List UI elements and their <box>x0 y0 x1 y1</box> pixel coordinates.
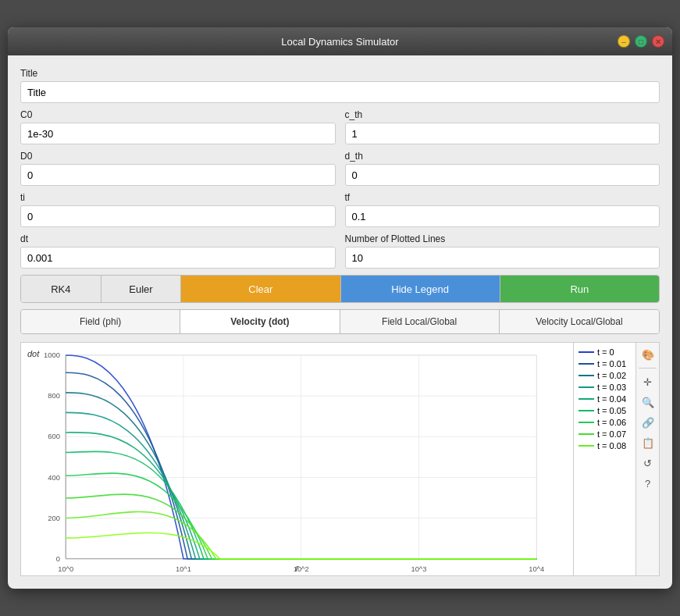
clipboard-icon[interactable]: 📋 <box>639 434 657 451</box>
rk4-button[interactable]: RK4 <box>21 276 101 302</box>
numlines-field-group: Number of Plotted Lines <box>345 233 660 269</box>
svg-text:200: 200 <box>48 514 60 522</box>
legend-color-5 <box>579 410 594 411</box>
zoom-icon[interactable]: 🔍 <box>639 393 657 411</box>
legend-color-6 <box>579 422 594 423</box>
close-button[interactable]: ✕ <box>652 35 664 48</box>
svg-text:400: 400 <box>48 473 60 482</box>
svg-text:10^1: 10^1 <box>176 564 191 573</box>
svg-text:800: 800 <box>48 391 60 400</box>
legend-label-2: t = 0.02 <box>597 371 626 380</box>
legend-item-0: t = 0 <box>579 347 631 357</box>
svg-text:1000: 1000 <box>44 351 60 359</box>
tab-field-local-global[interactable]: Field Local/Global <box>340 310 500 333</box>
legend-item-1: t = 0.01 <box>579 359 631 369</box>
dt-numlines-row: dt Number of Plotted Lines <box>20 233 660 269</box>
legend-label-6: t = 0.06 <box>597 418 626 427</box>
legend-label-8: t = 0.08 <box>597 441 626 450</box>
run-button[interactable]: Run <box>500 276 659 302</box>
dth-input[interactable] <box>345 164 660 186</box>
title-input[interactable] <box>20 81 660 103</box>
legend-panel: t = 0 t = 0.01 t = 0.02 t = 0.03 t = 0.0… <box>574 342 636 576</box>
tf-input[interactable] <box>345 205 660 227</box>
window-controls: – □ ✕ <box>618 35 664 48</box>
main-content: Title C0 c_th D0 d_th <box>8 55 672 589</box>
color-icon[interactable]: 🎨 <box>639 346 657 363</box>
help-icon[interactable]: ? <box>639 475 657 492</box>
svg-text:600: 600 <box>48 432 60 440</box>
cth-label: c_th <box>345 109 660 120</box>
legend-label-4: t = 0.04 <box>597 394 626 404</box>
svg-text:10^4: 10^4 <box>529 564 544 573</box>
maximize-button[interactable]: □ <box>635 35 647 48</box>
link-icon[interactable]: 🔗 <box>639 414 657 431</box>
d0-field-group: D0 <box>20 151 336 186</box>
ti-tf-row: ti tf <box>20 192 660 227</box>
legend-label-3: t = 0.03 <box>597 383 626 392</box>
legend-color-2 <box>579 375 594 376</box>
tf-label: tf <box>345 192 660 203</box>
tf-field-group: tf <box>345 192 660 227</box>
cth-field-group: c_th <box>345 109 660 144</box>
dth-label: d_th <box>345 151 660 162</box>
legend-color-0 <box>579 351 594 353</box>
legend-item-6: t = 0.06 <box>579 418 631 427</box>
side-toolbar: 🎨 ✛ 🔍 🔗 📋 ↺ ? <box>636 342 660 576</box>
ti-label: ti <box>20 192 336 203</box>
main-window: Local Dynamics Simulator – □ ✕ Title C0 … <box>8 27 672 589</box>
legend-item-3: t = 0.03 <box>579 383 631 392</box>
c0-field-group: C0 <box>20 109 336 144</box>
legend-item-5: t = 0.05 <box>579 406 631 415</box>
dt-input[interactable] <box>20 247 336 269</box>
numlines-label: Number of Plotted Lines <box>345 233 660 244</box>
chart-svg: .grid-line { stroke: #ddd; stroke-width:… <box>21 343 573 575</box>
title-label: Title <box>20 68 660 79</box>
svg-text:0: 0 <box>56 554 60 563</box>
d0-input[interactable] <box>20 164 336 186</box>
tab-field-phi[interactable]: Field (phi) <box>21 310 180 333</box>
cth-input[interactable] <box>345 123 660 144</box>
dt-field-group: dt <box>20 233 336 269</box>
svg-text:10^3: 10^3 <box>411 564 426 573</box>
c0-input[interactable] <box>20 123 336 144</box>
legend-label-1: t = 0.01 <box>597 359 626 369</box>
legend-color-3 <box>579 386 594 388</box>
toolbar-divider-1 <box>639 368 657 369</box>
legend-color-7 <box>579 433 594 435</box>
numlines-input[interactable] <box>345 247 660 269</box>
legend-label-5: t = 0.05 <box>597 406 626 415</box>
chart-container: dot .grid-line { stroke: #ddd; stroke-wi… <box>20 342 574 576</box>
euler-button[interactable]: Euler <box>101 276 182 302</box>
title-field-group: Title <box>20 68 660 103</box>
tab-velocity-local-global[interactable]: Velocity Local/Global <box>500 310 659 333</box>
legend-item-4: t = 0.04 <box>579 394 631 404</box>
legend-color-4 <box>579 398 594 400</box>
action-buttons: RK4 Euler Clear Hide Legend Run <box>20 275 660 303</box>
clear-button[interactable]: Clear <box>181 276 340 302</box>
legend-item-8: t = 0.08 <box>579 441 631 450</box>
dth-field-group: d_th <box>345 151 660 186</box>
legend-label-7: t = 0.07 <box>597 429 626 439</box>
minimize-button[interactable]: – <box>618 35 630 48</box>
c0-cth-row: C0 c_th <box>20 109 660 144</box>
ti-input[interactable] <box>20 205 336 227</box>
legend-color-8 <box>579 445 594 447</box>
legend-item-2: t = 0.02 <box>579 371 631 380</box>
y-axis-label: dot <box>27 349 39 358</box>
refresh-icon[interactable]: ↺ <box>639 454 657 472</box>
pan-icon[interactable]: ✛ <box>639 373 657 390</box>
x-axis-label: r <box>296 563 299 572</box>
window-title: Local Dynamics Simulator <box>281 36 398 48</box>
chart-tabs: Field (phi) Velocity (dot) Field Local/G… <box>20 309 660 334</box>
legend-label-0: t = 0 <box>597 347 614 357</box>
legend-color-1 <box>579 363 594 365</box>
plot-area: dot .grid-line { stroke: #ddd; stroke-wi… <box>20 342 660 576</box>
d0-label: D0 <box>20 151 336 162</box>
svg-text:10^0: 10^0 <box>58 564 73 573</box>
d0-dth-row: D0 d_th <box>20 151 660 186</box>
c0-label: C0 <box>20 109 336 120</box>
hide-legend-button[interactable]: Hide Legend <box>341 276 500 302</box>
tab-velocity-dot[interactable]: Velocity (dot) <box>180 310 340 333</box>
ti-field-group: ti <box>20 192 336 227</box>
titlebar: Local Dynamics Simulator – □ ✕ <box>8 27 672 55</box>
